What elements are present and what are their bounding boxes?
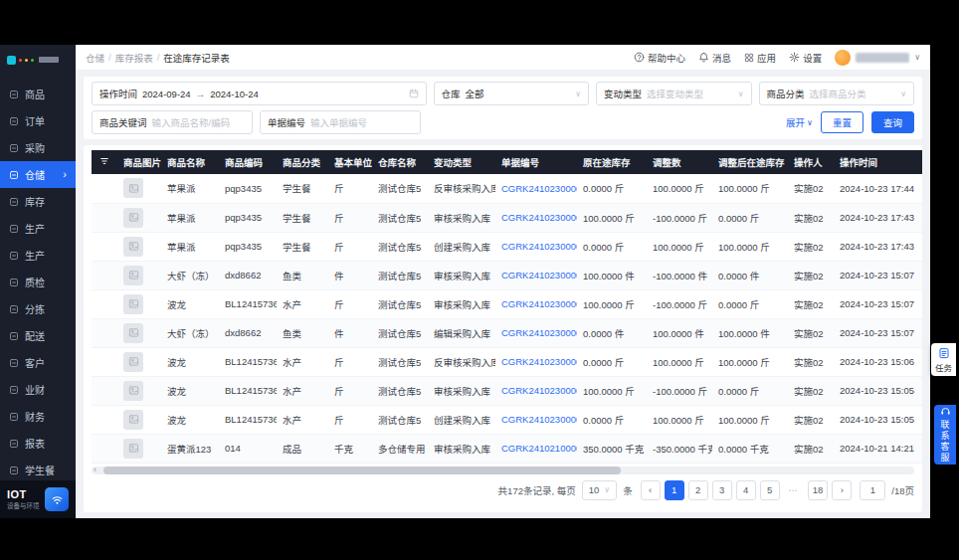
page-size-select[interactable]: 10 ∨	[582, 480, 617, 500]
page-jump-input[interactable]: 1	[860, 480, 885, 500]
topbar-action-messages[interactable]: 消息	[698, 51, 731, 65]
page-button-1[interactable]: 1	[665, 480, 684, 500]
page-button-5[interactable]: 5	[760, 480, 780, 500]
sidebar-item-finance[interactable]: 财务	[0, 403, 76, 430]
page-jump-suffix: /18页	[891, 483, 914, 497]
doc-number-link[interactable]: CGRK24102300001	[501, 385, 577, 396]
sidebar-item-label: 客户	[25, 355, 45, 370]
filter-label: 商品分类	[767, 87, 805, 100]
cell-operator: 实施02	[788, 347, 834, 376]
sidebar-item-orders[interactable]: 订单	[0, 107, 76, 134]
finance-icon	[9, 412, 19, 422]
cell-adjust: -100.0000 斤	[647, 203, 712, 232]
warehouse-select[interactable]: 仓库 全部 ∨	[434, 82, 589, 105]
sidebar-item-purchase[interactable]: 采购	[0, 134, 76, 161]
table-row: 波龙BL124157368水产斤测试仓库5反审核采购入库CGRK24102300…	[92, 347, 922, 376]
sidebar-item-goods[interactable]: 商品	[0, 81, 76, 107]
scroll-left-icon[interactable]: ‹	[94, 465, 96, 474]
sidebar-item-sorting[interactable]: 分拣	[0, 295, 76, 322]
sidebar-item-production-1[interactable]: 生产	[0, 215, 76, 242]
chevron-right-icon: ›	[63, 169, 67, 180]
page-button-18[interactable]: 18	[808, 480, 829, 500]
page-size-value: 10	[589, 484, 600, 495]
chevron-down-icon: ∨	[900, 90, 906, 98]
support-fab[interactable]: 联系客服	[934, 405, 956, 465]
filter-row-2: 商品关键词 输入商品名称/编码 单据编号 输入单据编号 展开 ∨ 重置 查询	[92, 110, 914, 134]
sidebar-item-label: 订单	[25, 113, 45, 128]
page-button-2[interactable]: 2	[688, 480, 708, 500]
breadcrumb-current: 在途库存记录表	[163, 51, 230, 65]
sidebar-item-inventory[interactable]: 库存	[0, 188, 76, 215]
breadcrumb-item[interactable]: 仓储	[86, 51, 104, 65]
iot-footer[interactable]: IOT 设备与环境	[0, 480, 76, 518]
doc-number-link[interactable]: CGRK24102300002	[501, 183, 577, 194]
iot-subtitle: 设备与环境	[7, 500, 40, 510]
topbar-action-apps[interactable]: 应用	[744, 51, 776, 65]
breadcrumb: 仓储 / 库存报表 / 在途库存记录表	[86, 51, 230, 65]
doc-number-link[interactable]: CGRK24102300001	[501, 327, 577, 338]
doc-number-link[interactable]: CGRK24102300001	[501, 414, 577, 425]
reset-button[interactable]: 重置	[821, 111, 863, 133]
sidebar-item-student-meal[interactable]: 学生餐	[0, 457, 76, 480]
doc-number-link[interactable]: CGRK24102300001	[501, 356, 577, 367]
keyword-input[interactable]: 商品关键词 输入商品名称/编码	[92, 110, 253, 134]
tasks-icon	[938, 347, 950, 359]
doc-no-input[interactable]: 单据编号 输入单据编号	[260, 110, 421, 134]
sidebar-item-biz-finance[interactable]: 业财	[0, 376, 76, 403]
cell-after: 100.0000 件	[712, 318, 788, 347]
doc-number-link[interactable]: CGRK24102300002	[501, 241, 577, 252]
column-header: 调整后在途库存	[712, 150, 788, 174]
page-button-4[interactable]: 4	[736, 480, 756, 500]
sidebar-item-label: 学生餐	[25, 463, 55, 477]
column-header: 操作人	[788, 150, 834, 174]
cell-unit: 件	[328, 318, 372, 347]
cell-name: 苹果派	[161, 232, 219, 261]
doc-number-link[interactable]: CGRK24102300001	[501, 270, 577, 280]
product-image-placeholder	[123, 178, 143, 198]
sidebar-item-customers[interactable]: 客户	[0, 349, 76, 376]
cell-warehouse: 测试仓库5	[372, 347, 428, 376]
topbar-action-help[interactable]: 帮助中心	[634, 51, 685, 65]
table-row: 波龙BL124157368水产斤测试仓库5创建采购入库CGRK241023000…	[92, 405, 922, 434]
cell-operator: 实施02	[788, 318, 834, 347]
sidebar-item-label: 生产	[25, 248, 45, 263]
cell-operator: 实施02	[788, 289, 834, 318]
doc-number-link[interactable]: CGRK24102100002	[501, 443, 577, 454]
row-leading-cell	[92, 434, 117, 463]
cell-doc-no: CGRK24102300001	[495, 289, 577, 318]
breadcrumb-separator: /	[157, 52, 160, 63]
row-leading-cell	[92, 289, 117, 318]
row-leading-cell	[92, 203, 117, 232]
doc-number-link[interactable]: CGRK24102300001	[501, 298, 577, 309]
cell-adjust: -100.0000 件	[647, 261, 712, 289]
sidebar-item-reports[interactable]: 报表	[0, 430, 76, 457]
product-image-cell	[117, 318, 161, 347]
page-button-3[interactable]: 3	[712, 480, 732, 500]
sidebar-item-delivery[interactable]: 配送	[0, 322, 76, 349]
cell-warehouse: 测试仓库5	[372, 289, 428, 318]
sidebar-item-label: 生产	[25, 221, 45, 236]
cell-time: 2024-10-21 14:21	[834, 434, 922, 463]
sidebar-item-production-2[interactable]: 生产	[0, 242, 76, 269]
doc-number-link[interactable]: CGRK24102300002	[501, 212, 577, 223]
user-menu[interactable]: ∨	[835, 50, 920, 66]
category-select[interactable]: 商品分类 选择商品分类 ∨	[759, 82, 914, 105]
row-leading-cell	[92, 405, 117, 434]
sidebar-item-quality[interactable]: 质检	[0, 269, 76, 295]
sidebar-item-warehouse[interactable]: 仓储›	[0, 161, 76, 188]
scrollbar-thumb[interactable]	[103, 467, 621, 474]
cell-unit: 斤	[328, 174, 372, 203]
search-button[interactable]: 查询	[871, 111, 914, 133]
user-name-redacted	[856, 53, 909, 63]
expand-toggle[interactable]: 展开 ∨	[786, 115, 813, 129]
tasks-fab[interactable]: 任务	[931, 343, 956, 376]
change-type-select[interactable]: 变动类型 选择变动类型 ∨	[596, 82, 751, 105]
cell-before: 100.0000 斤	[577, 289, 647, 318]
date-range-picker[interactable]: 操作时间 2024-09-24 → 2024-10-24	[92, 82, 427, 105]
column-settings-icon[interactable]	[92, 150, 117, 174]
prev-page-button[interactable]: ‹	[641, 480, 661, 500]
horizontal-scrollbar[interactable]: ‹	[92, 467, 914, 474]
topbar-action-settings[interactable]: 设置	[789, 51, 822, 65]
next-page-button[interactable]: ›	[832, 480, 852, 500]
breadcrumb-item[interactable]: 库存报表	[115, 51, 153, 65]
